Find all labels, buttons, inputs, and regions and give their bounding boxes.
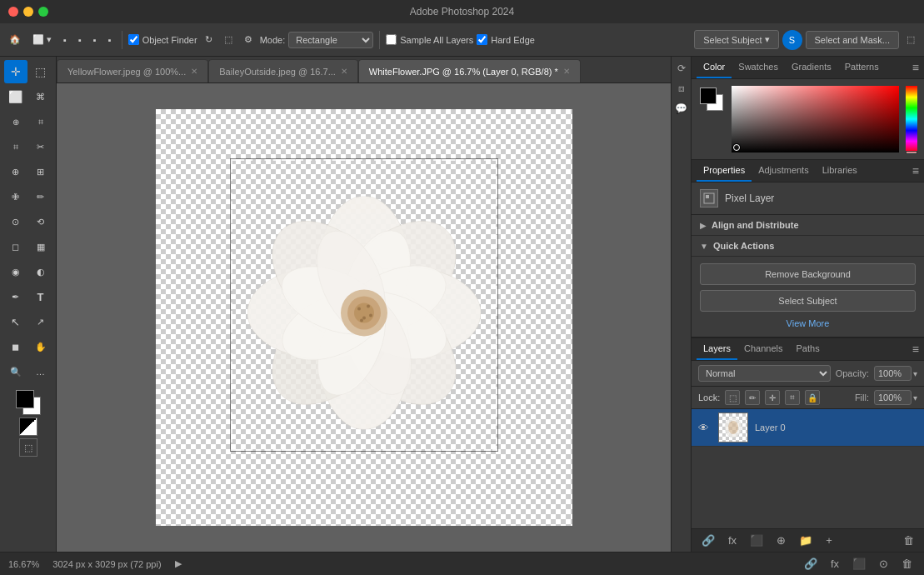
canvas-viewport[interactable] <box>57 83 671 552</box>
mode-select[interactable]: Rectangle Ellipse Single Row Single Colu… <box>288 32 373 48</box>
sample-all-layers-checkbox[interactable] <box>386 34 397 45</box>
toolbar-btn-4[interactable]: ▪ <box>104 32 116 48</box>
properties-tab[interactable]: Properties <box>697 160 752 182</box>
toolbar-btn-2[interactable]: ▪ <box>74 32 86 48</box>
adjust-icon-status[interactable]: ⊙ <box>876 556 892 572</box>
gradient-tool[interactable]: ▦ <box>29 235 52 258</box>
zoom-tool[interactable]: 🔍 <box>4 360 27 383</box>
refresh-button[interactable]: ↻ <box>201 32 217 48</box>
slice-tool[interactable]: ✂ <box>29 135 52 158</box>
tab-3[interactable]: WhiteFlower.JPG @ 16.7% (Layer 0, RGB/8)… <box>358 59 581 82</box>
lock-position-button[interactable]: ✛ <box>765 390 780 405</box>
direct-select-tool[interactable]: ↗ <box>29 310 52 333</box>
marquee-rect-tool[interactable]: ⬜ <box>4 85 27 108</box>
color-gradient-picker[interactable] <box>732 86 899 152</box>
tab-1[interactable]: YellowFlower.jpeg @ 100%... ✕ <box>57 59 208 82</box>
quick-mask-button[interactable] <box>19 418 37 436</box>
gradients-tab[interactable]: Gradients <box>785 57 838 78</box>
fill-chevron-icon[interactable]: ▾ <box>913 393 917 402</box>
select-subject-button[interactable]: Select Subject ▾ <box>694 30 778 49</box>
add-mask-button[interactable]: ⬛ <box>747 532 767 548</box>
pen-tool[interactable]: ✒ <box>4 285 27 308</box>
opacity-input[interactable] <box>874 366 912 381</box>
maximize-button[interactable] <box>38 7 48 17</box>
tab-1-close-icon[interactable]: ✕ <box>191 67 197 76</box>
patterns-tab[interactable]: Patterns <box>838 57 886 78</box>
link-icon-status[interactable]: 🔗 <box>801 556 821 572</box>
view-more-link[interactable]: View More <box>700 317 916 330</box>
color-sample-tool[interactable]: ⊞ <box>29 160 52 183</box>
tab-3-close-icon[interactable]: ✕ <box>563 67 570 76</box>
crop-tool[interactable]: ⌗ <box>4 135 27 158</box>
selection-tools-button[interactable]: ⬜▾ <box>28 32 56 48</box>
history-brush-tool[interactable]: ⟲ <box>29 210 52 233</box>
remove-background-button[interactable]: Remove Background <box>700 263 916 285</box>
channels-tab[interactable]: Channels <box>737 338 789 360</box>
tab-2-close-icon[interactable]: ✕ <box>341 67 347 76</box>
link-layers-button[interactable]: 🔗 <box>698 532 718 548</box>
lock-paint-button[interactable]: ✏ <box>745 390 760 405</box>
fx-icon-status[interactable]: fx <box>827 556 842 572</box>
swatches-tab[interactable]: Swatches <box>732 57 785 78</box>
hand-tool[interactable]: ✋ <box>29 335 52 358</box>
home-button[interactable]: 🏠 <box>5 32 25 48</box>
history-icon[interactable]: ⟳ <box>673 60 690 77</box>
path-select-tool[interactable]: ↖ <box>4 310 27 333</box>
add-group-button[interactable]: 📁 <box>796 532 816 548</box>
move-tool[interactable]: ✛ <box>4 60 27 83</box>
toolbar-extra-2[interactable]: ⚙ <box>240 32 257 48</box>
libraries-tab[interactable]: Libraries <box>816 160 864 182</box>
toolbar-panel-icon[interactable]: ⬚ <box>902 32 919 48</box>
paths-tab[interactable]: Paths <box>790 338 827 360</box>
color-hue-slider[interactable] <box>906 86 917 152</box>
select-and-mask-button[interactable]: Select and Mask... <box>806 31 900 49</box>
properties-panel-menu-icon[interactable]: ≡ <box>912 164 919 178</box>
add-layer-button[interactable]: + <box>822 532 836 548</box>
lock-artboards-button[interactable]: ⌗ <box>785 390 800 405</box>
screen-mode-button[interactable]: ⬚ <box>19 438 37 457</box>
clone-tool[interactable]: ⊙ <box>4 210 27 233</box>
blend-mode-select[interactable]: Normal Dissolve Multiply Screen Overlay <box>698 365 831 382</box>
add-fx-button[interactable]: fx <box>725 532 740 548</box>
text-tool[interactable]: T <box>29 285 52 308</box>
mask-icon-status[interactable]: ⬛ <box>849 556 869 572</box>
lasso-tool[interactable]: ⌘ <box>29 85 52 108</box>
hard-edge-checkbox[interactable] <box>477 34 487 45</box>
layer-visibility-icon[interactable]: 👁 <box>698 422 712 434</box>
select-subject-action-button[interactable]: Select Subject <box>700 290 916 312</box>
layers-panel-menu-icon[interactable]: ≡ <box>912 342 919 356</box>
more-tools[interactable]: … <box>29 360 52 383</box>
lock-all-button[interactable]: 🔒 <box>805 390 820 405</box>
compare-icon[interactable]: ⧈ <box>673 80 690 97</box>
status-arrow-icon[interactable]: ▶ <box>175 558 182 569</box>
shape-tool[interactable]: ◼ <box>4 335 27 358</box>
layers-tab[interactable]: Layers <box>697 338 737 360</box>
fill-input[interactable] <box>874 390 912 405</box>
annotation-icon[interactable]: 💬 <box>673 100 690 117</box>
magic-wand-tool[interactable]: ⌗ <box>29 110 52 133</box>
opacity-chevron-icon[interactable]: ▾ <box>913 369 917 378</box>
brush-tool[interactable]: ✏ <box>29 185 52 208</box>
delete-icon-status[interactable]: 🗑 <box>898 556 916 572</box>
heal-tool[interactable]: ✙ <box>4 185 27 208</box>
color-tab[interactable]: Color <box>697 57 732 78</box>
dodge-tool[interactable]: ◐ <box>29 260 52 283</box>
object-finder-checkbox[interactable] <box>128 34 139 45</box>
delete-layer-button[interactable]: 🗑 <box>900 532 917 548</box>
align-distribute-section[interactable]: ▶ Align and Distribute <box>692 215 924 236</box>
eraser-tool[interactable]: ◻ <box>4 235 27 258</box>
fg-color-swatch[interactable] <box>16 390 34 408</box>
layer-item-0[interactable]: 👁 Layer 0 <box>692 409 924 447</box>
blur-tool[interactable]: ◉ <box>4 260 27 283</box>
adjustments-tab[interactable]: Adjustments <box>752 160 816 182</box>
toolbar-btn-1[interactable]: ▪ <box>59 32 71 48</box>
close-button[interactable] <box>8 7 18 17</box>
toolbar-btn-3[interactable]: ▪ <box>89 32 101 48</box>
add-adjustment-button[interactable]: ⊕ <box>773 532 789 548</box>
lock-transparent-button[interactable]: ⬚ <box>725 390 740 405</box>
quick-actions-section[interactable]: ▼ Quick Actions <box>692 236 924 257</box>
eyedropper-tool[interactable]: ⊕ <box>4 160 27 183</box>
toolbar-extra-1[interactable]: ⬚ <box>220 32 237 48</box>
fg-color-picker[interactable] <box>700 88 717 104</box>
object-select-tool[interactable]: ⊕ <box>4 110 27 133</box>
